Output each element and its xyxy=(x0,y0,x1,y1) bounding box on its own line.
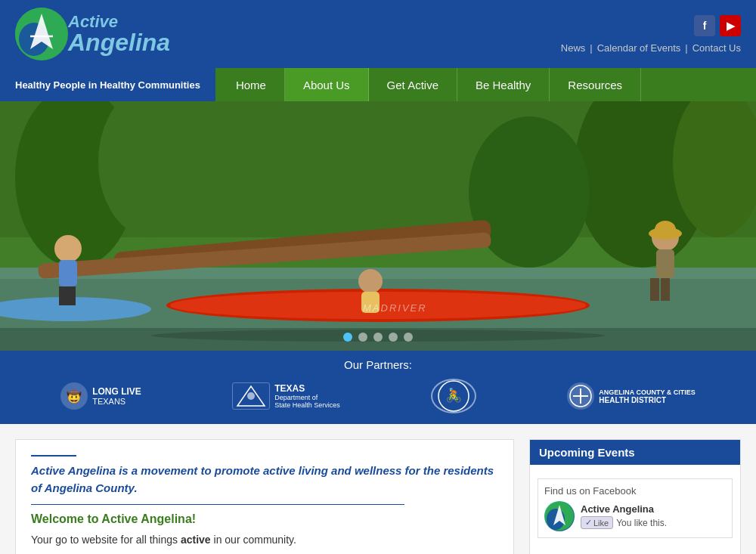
hero-section: MADRIVER xyxy=(0,101,756,351)
nav-resources[interactable]: Resources xyxy=(550,68,641,101)
partner-long-live-texans: 🤠 LONG LIVE TEXANS xyxy=(60,382,141,410)
nav-be-healthy[interactable]: Be Healthy xyxy=(457,68,550,101)
fb-avatar xyxy=(544,501,575,531)
svg-rect-22 xyxy=(67,286,76,305)
mission-statement: Active Angelina is a movement to promote… xyxy=(31,463,498,497)
dot-1[interactable] xyxy=(343,333,352,342)
left-column: Active Angelina is a movement to promote… xyxy=(15,439,514,554)
main-content: Active Angelina is a movement to promote… xyxy=(0,424,756,554)
partners-bar: Our Partners: 🤠 LONG LIVE TEXANS TEXAS D… xyxy=(0,351,756,424)
partners-logos: 🤠 LONG LIVE TEXANS TEXAS Department ofSt… xyxy=(15,379,741,413)
partner-2-line1: TEXAS xyxy=(274,383,340,394)
logo-text: Active Angelina xyxy=(68,14,170,54)
header-right: f ▶ News | Calendar of Events | Contact … xyxy=(561,15,741,54)
partner-1-line2: TEXANS xyxy=(92,397,141,406)
fb-avatar-logo xyxy=(544,501,575,531)
dot-3[interactable] xyxy=(373,333,383,342)
partner-icon-3: 🚴 xyxy=(431,379,476,413)
logo-angelina: Angelina xyxy=(68,30,170,54)
welcome-title: Welcome to Active Angelina! xyxy=(31,512,498,526)
social-icons: f ▶ xyxy=(694,15,741,36)
svg-rect-28 xyxy=(661,278,670,301)
fb-like-button[interactable]: ✓ Like xyxy=(581,516,613,529)
site-header: Active Angelina f ▶ News | Calendar of E… xyxy=(0,0,756,68)
dot-2[interactable] xyxy=(358,333,367,342)
header-links: News | Calendar of Events | Contact Us xyxy=(561,42,741,54)
hero-image: MADRIVER xyxy=(0,101,756,351)
facebook-section: Find us on Facebook Active Angelina xyxy=(538,478,733,538)
partner-4-line1: ANGELINA COUNTY & CITIES xyxy=(599,388,696,396)
facebook-social-icon[interactable]: f xyxy=(694,15,715,36)
svg-rect-26 xyxy=(656,249,674,278)
logo-circle xyxy=(15,8,68,60)
partner-icon-4 xyxy=(567,382,594,410)
svg-rect-20 xyxy=(59,260,77,286)
partner-icon-2 xyxy=(232,382,270,410)
fb-like-text: You like this. xyxy=(616,518,667,528)
dot-4[interactable] xyxy=(389,333,398,342)
nav-items: Home About Us Get Active Be Healthy Reso… xyxy=(218,68,756,101)
svg-point-35 xyxy=(247,392,255,400)
news-link[interactable]: News xyxy=(561,42,586,54)
fb-profile: Active Angelina ✓ Like You like this. xyxy=(544,501,726,531)
svg-rect-21 xyxy=(59,286,67,305)
partner-4-line2: HEALTH DISTRICT xyxy=(599,396,696,404)
calendar-link[interactable]: Calendar of Events xyxy=(597,42,681,54)
partners-title: Our Partners: xyxy=(15,358,741,371)
mission-divider-bottom xyxy=(31,504,404,505)
svg-point-19 xyxy=(54,235,82,262)
welcome-bold: active xyxy=(181,534,211,546)
svg-text:MADRIVER: MADRIVER xyxy=(363,302,427,314)
fb-page-name: Active Angelina xyxy=(581,503,667,515)
fb-like-row: ✓ Like You like this. xyxy=(581,516,667,529)
welcome-suffix: in our community. xyxy=(211,534,296,546)
partner-2-line2: Department ofState Health Services xyxy=(274,394,340,409)
partner-3: 🚴 xyxy=(431,379,476,413)
welcome-text: Your go to website for all things active… xyxy=(31,532,498,548)
fb-find-us-label: Find us on Facebook xyxy=(544,485,726,497)
dot-5[interactable] xyxy=(404,333,413,342)
nav-home[interactable]: Home xyxy=(218,68,285,101)
logo-area: Active Angelina xyxy=(15,8,170,60)
nav-about-us[interactable]: About Us xyxy=(285,68,369,101)
events-body: Find us on Facebook Active Angelina xyxy=(530,465,740,546)
events-header: Upcoming Events xyxy=(530,440,740,465)
nav-get-active[interactable]: Get Active xyxy=(369,68,457,101)
welcome-prefix: Your go to website for all things xyxy=(31,534,181,546)
svg-text:🚴: 🚴 xyxy=(445,387,463,404)
logo-active: Active xyxy=(68,14,170,30)
contact-link[interactable]: Contact Us xyxy=(692,42,741,54)
partner-texas-health: TEXAS Department ofState Health Services xyxy=(232,382,340,410)
svg-point-23 xyxy=(358,269,383,293)
youtube-social-icon[interactable]: ▶ xyxy=(720,15,741,36)
partner-1-line1: LONG LIVE xyxy=(92,386,141,397)
right-column: Upcoming Events Find us on Facebook Acti… xyxy=(529,439,741,554)
slider-dots xyxy=(343,333,413,342)
texas-logo-svg xyxy=(236,385,266,407)
svg-point-30 xyxy=(655,221,676,239)
nav-bar: Healthy People in Healthy Communities Ho… xyxy=(0,68,756,101)
health-icon-svg xyxy=(569,384,593,408)
svg-rect-27 xyxy=(650,278,659,301)
mission-divider-top xyxy=(31,455,76,457)
partner-icon-1: 🤠 xyxy=(60,382,88,410)
partner-health-district: ANGELINA COUNTY & CITIES HEALTH DISTRICT xyxy=(567,382,696,410)
fb-info: Active Angelina ✓ Like You like this. xyxy=(581,503,667,529)
nav-tagline: Healthy People in Healthy Communities xyxy=(0,68,218,101)
partner-3-svg: 🚴 xyxy=(437,379,470,413)
like-btn-label: Like xyxy=(593,518,609,528)
logo-svg xyxy=(15,8,68,60)
